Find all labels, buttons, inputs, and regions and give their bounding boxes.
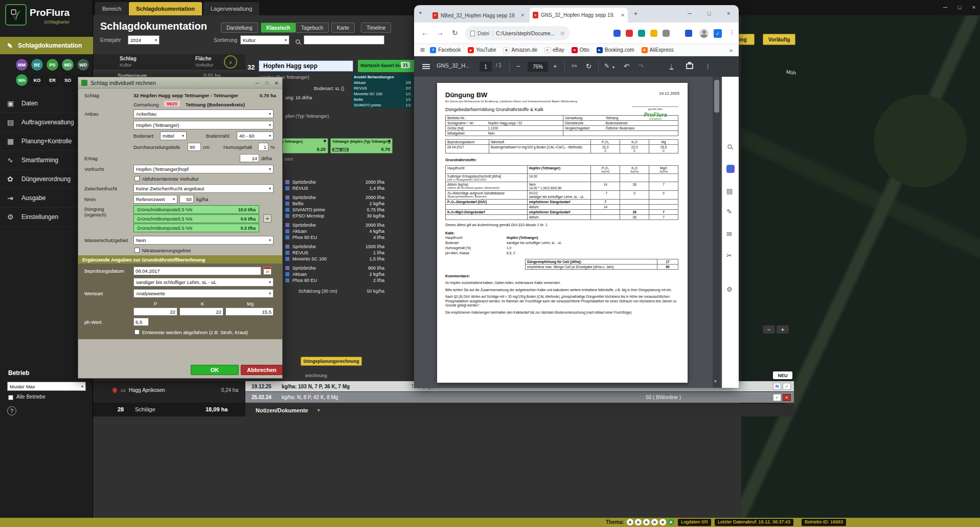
- spray-row[interactable]: EPSO Microtop30 kg/ha: [285, 213, 384, 219]
- extension-icon[interactable]: [638, 30, 645, 37]
- fit-page-icon[interactable]: ▭: [572, 62, 577, 69]
- row-close-icon[interactable]: ×: [783, 394, 791, 401]
- avatar[interactable]: BE: [31, 58, 43, 71]
- address-bar[interactable]: Datei C:/Users/steph/Docume... ☆: [465, 26, 570, 40]
- row-check-icon[interactable]: ✓: [773, 394, 781, 401]
- zoom-in-icon[interactable]: +: [553, 62, 557, 70]
- tab-schlagdokumentation[interactable]: Schlagdokumentation: [129, 2, 202, 15]
- rotate-icon[interactable]: ↻: [586, 62, 591, 70]
- collapse-panel-button[interactable]: ›: [224, 55, 237, 69]
- betrieb-select[interactable]: Muster Max: [7, 382, 86, 391]
- help-button[interactable]: ?: [7, 406, 16, 415]
- zoom-level[interactable]: 75%: [528, 61, 548, 72]
- tab-close-icon[interactable]: ✕: [621, 13, 625, 18]
- view-timeline-button[interactable]: Timeline: [361, 23, 391, 33]
- erntejahr-select[interactable]: 2024: [128, 35, 159, 45]
- map-panel[interactable]: Müh − + NEU: [741, 15, 980, 518]
- extensions-puzzle-icon[interactable]: [663, 30, 670, 37]
- theme-badge[interactable]: A: [651, 519, 658, 525]
- notes-icon[interactable]: ✎: [726, 208, 732, 215]
- row-check-icon[interactable]: ✓: [783, 383, 791, 390]
- calendar-icon[interactable]: 15: [263, 267, 271, 275]
- abbrechen-button[interactable]: Abbrechen: [241, 365, 283, 375]
- search-input[interactable]: [304, 35, 384, 45]
- spray-row[interactable]: Spritzbrühe2000 l/ha: [285, 194, 384, 201]
- scroll-down-icon[interactable]: ▾: [714, 379, 717, 384]
- view-tagebuch-button[interactable]: Tagebuch: [295, 23, 329, 33]
- map-zoom-out-button[interactable]: −: [763, 325, 775, 334]
- avatar[interactable]: WD: [77, 58, 89, 71]
- spray-row[interactable]: Aktuan4 kg/ha: [285, 228, 384, 234]
- extension-icon[interactable]: [613, 30, 621, 37]
- humusgehalt-input[interactable]: [258, 143, 268, 151]
- map-zoom-in-button[interactable]: +: [777, 325, 789, 334]
- organic-fertilizer-row[interactable]: Grünschnittkomposte5.5 %N10.0 t/ha: [133, 205, 259, 214]
- theme-badge-active[interactable]: A: [668, 519, 674, 525]
- werteart-select[interactable]: Analysewerte: [133, 289, 274, 298]
- theme-badge[interactable]: A: [659, 519, 666, 525]
- duengeplanungsrechnung-button[interactable]: Düngeplanungsrechnung: [301, 357, 362, 366]
- browser-maximize-button[interactable]: □: [699, 5, 719, 21]
- spray-row[interactable]: Spritzbrühe2000 l/ha: [285, 179, 384, 185]
- schlag-name-box[interactable]: Hopfen Hagg sepp: [259, 60, 353, 72]
- shield-icon[interactable]: ✓: [714, 29, 722, 38]
- dialog-maximize-button[interactable]: □: [262, 79, 271, 87]
- spray-row[interactable]: Spritzbrühe800 l/ha: [285, 265, 384, 271]
- app-maximize-button[interactable]: □: [954, 2, 965, 12]
- bodenart-select[interactable]: mittel: [160, 131, 187, 140]
- new-tab-button[interactable]: +: [634, 10, 637, 17]
- pdf-scrollbar-thumb[interactable]: [714, 80, 719, 113]
- erntereste-checkbox[interactable]: [134, 330, 140, 335]
- browser-close-button[interactable]: ×: [719, 5, 738, 21]
- ok-button[interactable]: OK: [191, 365, 239, 375]
- bookmark-booking[interactable]: B.Booking.com: [597, 47, 634, 53]
- field-list-row[interactable]: 13 Hagg Aprikosen 0,24 ha: [93, 381, 245, 403]
- dialog-minimize-button[interactable]: ─: [253, 79, 262, 87]
- avatar[interactable]: KO: [31, 74, 43, 86]
- anbau-select[interactable]: Ackerbau: [133, 109, 274, 118]
- page-number-input[interactable]: 1: [480, 61, 492, 72]
- sidebar-item-schlagdokumentation[interactable]: ✎ Schlagdokumentation: [0, 37, 93, 54]
- map-neu-button[interactable]: NEU: [773, 371, 792, 379]
- ertrag-input[interactable]: [240, 154, 259, 162]
- sidebar-settings-icon[interactable]: ⚙: [726, 286, 733, 293]
- spray-row[interactable]: Phos 60 EU2 l/ha: [285, 277, 384, 283]
- bookmark-ebay[interactable]: eeBay: [544, 47, 564, 53]
- browser-minimize-button[interactable]: ─: [680, 5, 699, 21]
- tab-bereich[interactable]: Bereich: [95, 2, 128, 15]
- reload-icon[interactable]: ↻: [452, 29, 458, 37]
- bookmark-facebook[interactable]: fFacebook: [430, 47, 461, 53]
- outlook-icon[interactable]: ✉: [726, 230, 732, 238]
- nmin-input[interactable]: [179, 195, 194, 203]
- extension-icon[interactable]: [626, 30, 633, 37]
- vorlaeufig-button[interactable]: Vorläufig: [763, 34, 795, 45]
- undo-icon[interactable]: ↶: [624, 62, 629, 70]
- abfuhr-vorkultur-checkbox[interactable]: [134, 176, 140, 181]
- spray-row[interactable]: Movento SC 1001,5 l/ha: [285, 256, 384, 262]
- copilot-icon[interactable]: [726, 165, 735, 173]
- zoom-out-icon[interactable]: −: [516, 62, 520, 70]
- zwischenfrucht-select[interactable]: Keine Zwischenfrucht angebaut: [133, 184, 274, 193]
- durchwurzelungstiefe-input[interactable]: [188, 143, 201, 151]
- mg-value-input[interactable]: [225, 308, 274, 316]
- nitratsanierungsgebiet-checkbox[interactable]: [134, 248, 140, 253]
- avatar[interactable]: ER: [46, 74, 59, 86]
- app-close-button[interactable]: ×: [968, 2, 979, 12]
- tab-lagerverwaltung[interactable]: Lagerverwaltung: [203, 2, 259, 15]
- spray-row[interactable]: Spritzbrühe1500 l/ha: [285, 244, 384, 250]
- bookmark-amazon[interactable]: aAmazon.de: [503, 47, 537, 53]
- profile-avatar[interactable]: [699, 29, 709, 38]
- theme-badge[interactable]: A: [627, 519, 633, 525]
- spray-row[interactable]: REVUS1 l/ha: [285, 250, 384, 256]
- tab-close-icon[interactable]: ✕: [520, 13, 525, 18]
- bodenzahl-select[interactable]: 40 - 60: [237, 131, 274, 140]
- avatar[interactable]: MM: [15, 58, 28, 71]
- view-karte-button[interactable]: Karte: [331, 23, 355, 33]
- sidebar-toggle-icon[interactable]: [685, 30, 692, 37]
- browser-menu-icon[interactable]: ⋮: [729, 29, 735, 36]
- p-value-input[interactable]: [133, 308, 177, 316]
- organic-fertilizer-row[interactable]: Grünschnittkomposte5.5 %N0.3 t/ha: [133, 224, 259, 232]
- forward-icon[interactable]: →: [437, 29, 444, 37]
- ph-wert-input[interactable]: [133, 318, 149, 326]
- spray-row[interactable]: SIVANTO prime0,75 l/ha: [285, 207, 384, 213]
